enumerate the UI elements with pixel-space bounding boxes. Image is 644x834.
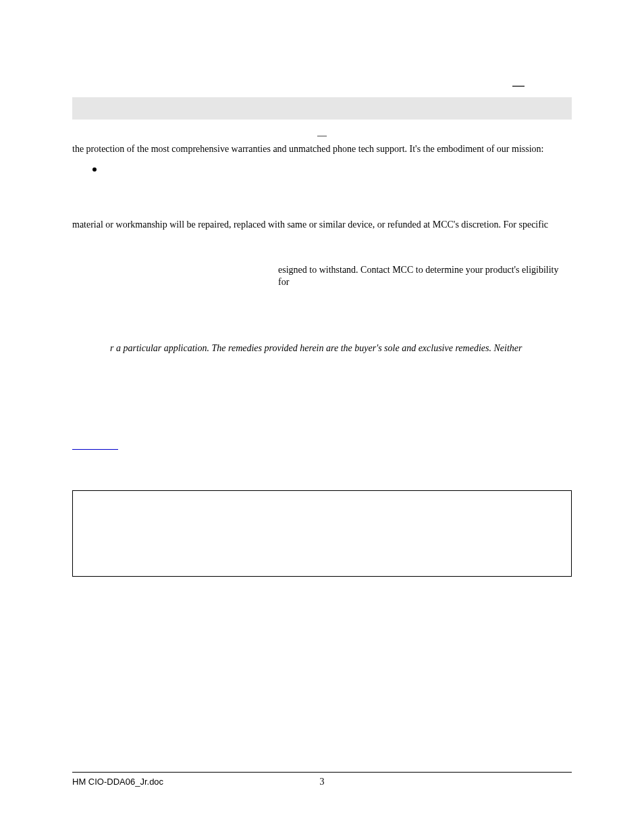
hyperlink-underline	[72, 448, 118, 450]
paragraph-2: material or workmanship will be repaired…	[72, 219, 572, 231]
page-footer: HM CIO-DDA06_Jr.doc 3	[72, 772, 572, 787]
top-mark: —	[512, 78, 525, 93]
center-dash: —	[72, 130, 572, 142]
heading-bar	[72, 97, 572, 120]
bullet-item	[92, 163, 572, 172]
paragraph-3: esigned to withstand. Contact MCC to det…	[72, 264, 572, 288]
footer-rule	[72, 772, 572, 773]
paragraph-4-italic: r a particular application. The remedies…	[72, 342, 572, 355]
paragraph-1: the protection of the most comprehensive…	[72, 143, 572, 155]
document-page: — — the protection of the most comprehen…	[0, 0, 644, 834]
footer-page-number: 3	[72, 777, 572, 787]
body-content: — the protection of the most comprehensi…	[72, 130, 572, 453]
content-box	[72, 490, 572, 577]
